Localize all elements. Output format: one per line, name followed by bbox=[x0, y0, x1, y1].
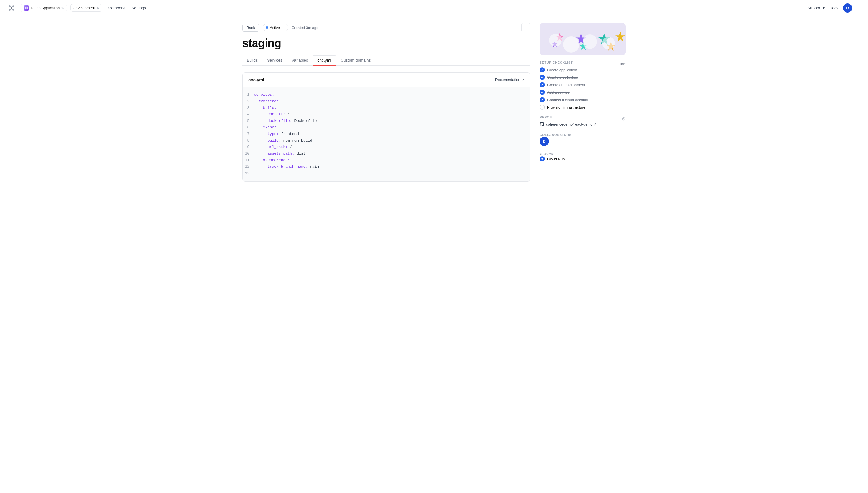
svg-point-10 bbox=[549, 34, 562, 46]
checklist-label: Create application bbox=[547, 68, 577, 72]
svg-point-3 bbox=[12, 9, 14, 10]
code-line: 2 frontend: bbox=[243, 98, 530, 105]
svg-rect-7 bbox=[25, 8, 26, 9]
status-label: Active bbox=[270, 26, 280, 30]
app-icon bbox=[24, 5, 29, 10]
check-done-icon bbox=[540, 67, 545, 72]
checklist-label: Connect a cloud account bbox=[547, 98, 588, 102]
svg-point-13 bbox=[602, 37, 615, 49]
tab-variables[interactable]: Variables bbox=[287, 56, 313, 65]
checklist-item: Create an environment bbox=[540, 82, 626, 87]
checklist-item: Add a service bbox=[540, 90, 626, 95]
topnav: Demo Application ⇅ development ⇅ Members… bbox=[0, 0, 868, 16]
env-name: development bbox=[73, 6, 95, 10]
back-button[interactable]: Back bbox=[242, 24, 259, 31]
tab-cnc-yml[interactable]: cnc.yml bbox=[313, 56, 336, 65]
user-avatar[interactable]: D bbox=[843, 3, 852, 13]
setup-checklist-section: SETUP CHECKLIST Hide Create application … bbox=[540, 61, 626, 110]
svg-point-1 bbox=[12, 5, 14, 7]
topnav-more-button[interactable]: ··· bbox=[857, 5, 861, 11]
collaborators-title: COLLABORATORS bbox=[540, 133, 571, 136]
collaborator-avatar: D bbox=[540, 137, 549, 146]
svg-point-12 bbox=[583, 35, 597, 49]
header-row: Back Active ··· Created 3m ago ··· bbox=[242, 23, 530, 32]
code-line: 12 track_branch_name: main bbox=[243, 164, 530, 170]
yml-card-header: cnc.yml Documentation ↗ bbox=[243, 73, 530, 87]
checklist-item: Create application bbox=[540, 67, 626, 72]
repo-link[interactable]: coherencedemo/react-demo ↗ bbox=[540, 122, 626, 126]
nav-settings[interactable]: Settings bbox=[132, 6, 146, 10]
app-selector-chevron: ⇅ bbox=[62, 6, 64, 9]
app-selector[interactable]: Demo Application ⇅ bbox=[21, 4, 67, 12]
svg-rect-6 bbox=[27, 7, 28, 8]
repos-section-header: REPOS ⚙ bbox=[540, 115, 626, 122]
check-empty-icon bbox=[540, 105, 545, 110]
env-selector-chevron: ⇅ bbox=[97, 6, 99, 9]
status-dot-icon bbox=[266, 26, 268, 29]
app-name: Demo Application bbox=[31, 6, 60, 10]
tab-custom-domains[interactable]: Custom domains bbox=[336, 56, 375, 65]
tabs: Builds Services Variables cnc.yml Custom… bbox=[242, 56, 530, 65]
page-title: staging bbox=[242, 37, 530, 50]
checklist-section-header: SETUP CHECKLIST Hide bbox=[540, 61, 626, 67]
check-done-icon bbox=[540, 97, 545, 102]
flavor-name: Cloud Run bbox=[547, 157, 565, 161]
checklist-label: Add a service bbox=[547, 90, 570, 94]
repo-name: coherencedemo/react-demo ↗ bbox=[546, 122, 597, 126]
code-line: 10 assets_path: dist bbox=[243, 151, 530, 157]
yml-card: cnc.yml Documentation ↗ 1 services: 2 fr… bbox=[242, 72, 530, 181]
flavor-item: Cloud Run bbox=[540, 156, 626, 162]
checklist-label: Create an environment bbox=[547, 83, 585, 87]
checklist-title: SETUP CHECKLIST bbox=[540, 61, 573, 64]
sidebar: SETUP CHECKLIST Hide Create application … bbox=[540, 23, 626, 181]
code-line: 8 build: npm run build bbox=[243, 137, 530, 144]
svg-rect-8 bbox=[27, 8, 28, 9]
code-line: 13 bbox=[243, 170, 530, 177]
code-line: 5 dockerfile: Dockerfile bbox=[243, 118, 530, 124]
logo-icon bbox=[7, 3, 16, 13]
checklist-label: Create a collection bbox=[547, 75, 578, 80]
repos-section: REPOS ⚙ coherencedemo/react-demo ↗ bbox=[540, 115, 626, 126]
env-selector[interactable]: development ⇅ bbox=[70, 4, 102, 12]
code-line: 3 build: bbox=[243, 105, 530, 111]
code-line: 6 x-cnc: bbox=[243, 124, 530, 131]
docs-link[interactable]: Docs bbox=[829, 6, 839, 10]
status-more-button[interactable]: ··· bbox=[281, 25, 285, 30]
tab-services[interactable]: Services bbox=[262, 56, 287, 65]
created-text: Created 3m ago bbox=[292, 26, 318, 30]
checklist-item: Connect a cloud account bbox=[540, 97, 626, 102]
nav-members[interactable]: Members bbox=[108, 6, 124, 10]
check-done-icon bbox=[540, 75, 545, 80]
check-done-icon bbox=[540, 82, 545, 87]
header-more-button[interactable]: ··· bbox=[521, 23, 530, 32]
header-more-icon: ··· bbox=[524, 25, 528, 30]
code-line: 11 x-coherence: bbox=[243, 157, 530, 164]
yml-card-title: cnc.yml bbox=[248, 77, 265, 82]
checklist-item: Create a collection bbox=[540, 75, 626, 80]
hide-checklist-button[interactable]: Hide bbox=[619, 62, 626, 66]
page-layout: Back Active ··· Created 3m ago ··· stagi… bbox=[233, 16, 635, 189]
collaborators-section: COLLABORATORS D bbox=[540, 132, 626, 146]
support-button[interactable]: Support ▾ bbox=[807, 6, 825, 10]
check-done-icon bbox=[540, 90, 545, 95]
flavor-title: FLAVOR bbox=[540, 153, 554, 156]
support-chevron-icon: ▾ bbox=[823, 6, 825, 10]
code-line: 7 type: frontend bbox=[243, 131, 530, 137]
tab-builds[interactable]: Builds bbox=[242, 56, 262, 65]
flavor-section: FLAVOR Cloud Run bbox=[540, 152, 626, 162]
code-line: 4 context: '' bbox=[243, 111, 530, 118]
topnav-right: Support ▾ Docs D ··· bbox=[807, 3, 861, 13]
flavor-dot-icon bbox=[540, 156, 545, 162]
checklist-label: Provision infrastructure bbox=[547, 105, 585, 109]
collaborators-list: D bbox=[540, 137, 626, 146]
status-badge: Active ··· bbox=[262, 24, 288, 31]
checklist-item: Provision infrastructure bbox=[540, 105, 626, 110]
code-line: 9 url_path: / bbox=[243, 144, 530, 151]
svg-point-0 bbox=[9, 5, 10, 7]
code-line: 1 services: bbox=[243, 92, 530, 98]
repos-gear-icon[interactable]: ⚙ bbox=[622, 116, 626, 122]
documentation-link[interactable]: Documentation ↗ bbox=[495, 78, 524, 82]
github-icon bbox=[540, 122, 544, 126]
svg-point-11 bbox=[563, 37, 579, 52]
svg-rect-5 bbox=[25, 7, 26, 8]
